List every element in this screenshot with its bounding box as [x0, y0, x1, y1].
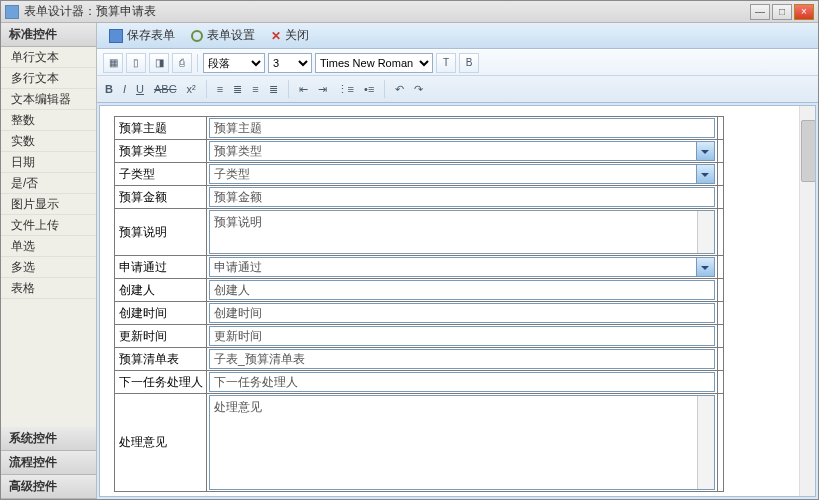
close-form-button[interactable]: ✕关闭	[265, 25, 315, 46]
outdent-button[interactable]: ⇤	[297, 83, 310, 96]
undo-button[interactable]: ↶	[393, 83, 406, 96]
form-cell: 预算金额	[207, 186, 718, 209]
vertical-scrollbar[interactable]	[799, 106, 815, 496]
form-cell: 更新时间	[207, 325, 718, 348]
form-cell: 创建人	[207, 279, 718, 302]
form-row: 预算说明预算说明	[115, 209, 724, 256]
textcolor-button[interactable]: T	[436, 53, 456, 73]
templates-button[interactable]: ⎙	[172, 53, 192, 73]
sidebar-item-file[interactable]: 文件上传	[1, 215, 96, 236]
sidebar-item-integer[interactable]: 整数	[1, 110, 96, 131]
spacer	[718, 209, 724, 256]
form-control-text[interactable]: 下一任务处理人	[209, 372, 715, 392]
form-row: 子类型子类型	[115, 163, 724, 186]
window-buttons: — □ ×	[750, 4, 814, 20]
form-control-textarea[interactable]: 预算说明	[209, 210, 715, 254]
form-label: 更新时间	[115, 325, 207, 348]
form-cell: 预算说明	[207, 209, 718, 256]
source-button[interactable]: ▦	[103, 53, 123, 73]
spacer	[718, 325, 724, 348]
spacer	[718, 302, 724, 325]
newpage-button[interactable]: ▯	[126, 53, 146, 73]
form-label: 预算清单表	[115, 348, 207, 371]
align-center-button[interactable]: ≣	[231, 83, 244, 96]
underline-button[interactable]: U	[134, 83, 146, 95]
form-cell: 子类型	[207, 163, 718, 186]
form-control-select[interactable]: 预算类型	[209, 141, 715, 161]
sidebar-section-flow[interactable]: 流程控件	[1, 451, 96, 475]
canvas[interactable]: 预算主题预算主题预算类型预算类型子类型子类型预算金额预算金额预算说明预算说明申请…	[99, 105, 816, 497]
align-justify-button[interactable]: ≣	[267, 83, 280, 96]
bold-button[interactable]: B	[103, 83, 115, 95]
close-button[interactable]: ×	[794, 4, 814, 20]
maximize-button[interactable]: □	[772, 4, 792, 20]
form-control-text[interactable]: 预算主题	[209, 118, 715, 138]
form-row: 处理意见处理意见	[115, 394, 724, 492]
form-table: 预算主题预算主题预算类型预算类型子类型子类型预算金额预算金额预算说明预算说明申请…	[114, 116, 724, 492]
form-cell: 申请通过	[207, 256, 718, 279]
spacer	[718, 140, 724, 163]
window-title: 表单设计器：预算申请表	[24, 3, 750, 20]
list-ul-button[interactable]: •≡	[362, 83, 376, 95]
sidebar-section-advanced[interactable]: 高级控件	[1, 475, 96, 499]
align-left-button[interactable]: ≡	[215, 83, 225, 95]
form-control-text[interactable]: 更新时间	[209, 326, 715, 346]
strike-button[interactable]: ABC	[152, 83, 179, 95]
spacer	[718, 256, 724, 279]
form-control-select[interactable]: 申请通过	[209, 257, 715, 277]
form-row: 预算清单表子表_预算清单表	[115, 348, 724, 371]
sidebar-item-date[interactable]: 日期	[1, 152, 96, 173]
sidebar-item-checkbox[interactable]: 多选	[1, 257, 96, 278]
format-select[interactable]: 段落	[203, 53, 265, 73]
form-label: 创建时间	[115, 302, 207, 325]
sidebar-item-richtext[interactable]: 文本编辑器	[1, 89, 96, 110]
sidebar: 标准控件 单行文本 多行文本 文本编辑器 整数 实数 日期 是/否 图片显示 文…	[1, 23, 97, 499]
sidebar-item-singleline[interactable]: 单行文本	[1, 47, 96, 68]
form-label: 预算主题	[115, 117, 207, 140]
textarea-scroll[interactable]	[697, 396, 714, 489]
form-row: 创建人创建人	[115, 279, 724, 302]
sidebar-item-radio[interactable]: 单选	[1, 236, 96, 257]
form-control-text[interactable]: 创建时间	[209, 303, 715, 323]
form-row: 下一任务处理人下一任务处理人	[115, 371, 724, 394]
save-button[interactable]: 保存表单	[103, 25, 181, 46]
form-control-text[interactable]: 创建人	[209, 280, 715, 300]
form-label: 申请通过	[115, 256, 207, 279]
textarea-scroll[interactable]	[697, 211, 714, 253]
sep	[206, 80, 207, 98]
minimize-button[interactable]: —	[750, 4, 770, 20]
form-cell: 创建时间	[207, 302, 718, 325]
form-row: 更新时间更新时间	[115, 325, 724, 348]
form-cell: 子表_预算清单表	[207, 348, 718, 371]
font-select[interactable]: Times New Roman	[315, 53, 433, 73]
sep	[288, 80, 289, 98]
redo-button[interactable]: ↷	[412, 83, 425, 96]
settings-button[interactable]: 表单设置	[185, 25, 261, 46]
indent-button[interactable]: ⇥	[316, 83, 329, 96]
form-control-textarea-big[interactable]: 处理意见	[209, 395, 715, 490]
sidebar-section-standard[interactable]: 标准控件	[1, 23, 96, 47]
sidebar-item-bool[interactable]: 是/否	[1, 173, 96, 194]
preview-button[interactable]: ◨	[149, 53, 169, 73]
italic-button[interactable]: I	[121, 83, 128, 95]
sidebar-item-table[interactable]: 表格	[1, 278, 96, 299]
form-row: 申请通过申请通过	[115, 256, 724, 279]
form-control-text[interactable]: 子表_预算清单表	[209, 349, 715, 369]
spacer	[718, 394, 724, 492]
align-right-button[interactable]: ≡	[250, 83, 260, 95]
superscript-button[interactable]: x²	[185, 83, 198, 95]
size-select[interactable]: 3	[268, 53, 312, 73]
sidebar-item-image[interactable]: 图片显示	[1, 194, 96, 215]
form-control-text[interactable]: 预算金额	[209, 187, 715, 207]
sidebar-item-float[interactable]: 实数	[1, 131, 96, 152]
sidebar-section-system[interactable]: 系统控件	[1, 427, 96, 451]
form-label: 预算说明	[115, 209, 207, 256]
spacer	[718, 348, 724, 371]
sidebar-item-multiline[interactable]: 多行文本	[1, 68, 96, 89]
sep	[384, 80, 385, 98]
editor-toolbar: ▦ ▯ ◨ ⎙ 段落 3 Times New Roman T B B I U A…	[97, 49, 818, 103]
spacer	[718, 371, 724, 394]
bgcolor-button[interactable]: B	[459, 53, 479, 73]
form-control-select[interactable]: 子类型	[209, 164, 715, 184]
list-ol-button[interactable]: ⋮≡	[335, 83, 356, 96]
